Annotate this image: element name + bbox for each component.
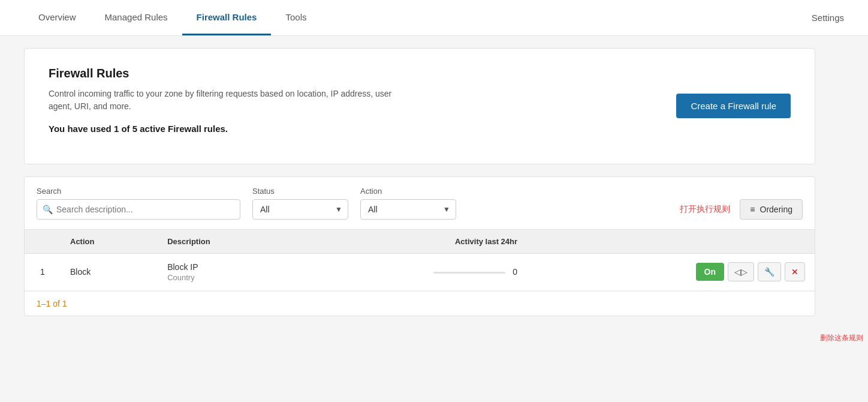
search-icon: 🔍 — [43, 205, 53, 214]
chinese-annotation: 打开执行规则 — [680, 204, 730, 215]
firewall-rules-table: Action Description Activity last 24hr 1 … — [25, 230, 815, 291]
row-number: 1 — [25, 253, 61, 290]
tab-overview[interactable]: Overview — [24, 0, 91, 35]
info-card: Firewall Rules Control incoming traffic … — [24, 48, 815, 164]
pagination-text: 1–1 of 1 — [37, 299, 67, 308]
delete-rule-button[interactable]: ✕ — [785, 262, 805, 281]
top-navigation: Overview Managed Rules Firewall Rules To… — [0, 0, 868, 36]
row-action: Block — [61, 253, 158, 290]
ordering-button[interactable]: ≡ Ordering — [740, 199, 803, 220]
row-controls: On ◁▷ 🔧 ✕ — [527, 253, 815, 290]
table-header: Action Description Activity last 24hr — [25, 230, 815, 254]
table-wrapper: Action Description Activity last 24hr 1 … — [24, 230, 815, 316]
settings-link[interactable]: Settings — [812, 13, 844, 23]
activity-bar — [433, 272, 505, 274]
main-content: Firewall Rules Control incoming traffic … — [0, 36, 839, 328]
controls-group: On ◁▷ 🔧 ✕ — [537, 262, 805, 281]
row-desc-primary: Block IP — [167, 262, 287, 272]
tab-tools[interactable]: Tools — [271, 0, 321, 35]
th-activity: Activity last 24hr — [297, 230, 527, 254]
info-card-left: Firewall Rules Control incoming traffic … — [49, 67, 408, 146]
wrench-button[interactable]: 🔧 — [758, 262, 781, 281]
table-row: 1 Block Block IP Country 0 On — [25, 253, 815, 290]
status-group: Status All Active Paused ▼ — [252, 187, 348, 220]
wrench-icon: 🔧 — [764, 267, 774, 277]
filter-bar: Search 🔍 Status All Active Paused ▼ Acti… — [24, 176, 815, 230]
search-wrapper: 🔍 — [37, 199, 240, 220]
status-select-wrapper: All Active Paused ▼ — [252, 199, 348, 220]
ordering-icon: ≡ — [750, 205, 755, 214]
row-desc-secondary: Country — [167, 273, 287, 282]
action-label: Action — [360, 187, 456, 196]
status-label: Status — [252, 187, 348, 196]
status-select[interactable]: All Active Paused — [252, 199, 348, 220]
action-select[interactable]: All Block Challenge Allow JS Challenge — [360, 199, 456, 220]
pagination-bar: 1–1 of 1 — [25, 291, 815, 316]
row-description: Block IP Country — [158, 253, 297, 290]
create-firewall-rule-button[interactable]: Create a Firewall rule — [676, 94, 791, 118]
th-description: Description — [158, 230, 297, 254]
edit-expression-icon: ◁▷ — [734, 267, 748, 277]
ordering-label: Ordering — [760, 205, 792, 214]
close-icon: ✕ — [791, 267, 798, 277]
table-body: 1 Block Block IP Country 0 On — [25, 253, 815, 290]
search-group: Search 🔍 — [37, 187, 240, 220]
tab-managed-rules[interactable]: Managed Rules — [91, 0, 182, 35]
th-action: Action — [61, 230, 158, 254]
filter-right: 打开执行规则 ≡ Ordering — [680, 199, 803, 220]
edit-expression-button[interactable]: ◁▷ — [728, 262, 754, 281]
usage-text: You have used 1 of 5 active Firewall rul… — [49, 122, 408, 136]
card-description: Control incoming traffic to your zone by… — [49, 88, 408, 113]
th-controls — [527, 230, 815, 254]
activity-count: 0 — [513, 267, 517, 277]
row-activity: 0 — [297, 253, 527, 290]
tab-firewall-rules[interactable]: Firewall Rules — [182, 0, 272, 35]
action-select-wrapper: All Block Challenge Allow JS Challenge ▼ — [360, 199, 456, 220]
card-title: Firewall Rules — [49, 67, 408, 80]
table-header-row: Action Description Activity last 24hr — [25, 230, 815, 254]
nav-tabs: Overview Managed Rules Firewall Rules To… — [24, 0, 321, 35]
search-input[interactable] — [37, 199, 240, 220]
search-label: Search — [37, 187, 240, 196]
toggle-on-button[interactable]: On — [696, 263, 724, 281]
action-group: Action All Block Challenge Allow JS Chal… — [360, 187, 456, 220]
th-number — [25, 230, 61, 254]
